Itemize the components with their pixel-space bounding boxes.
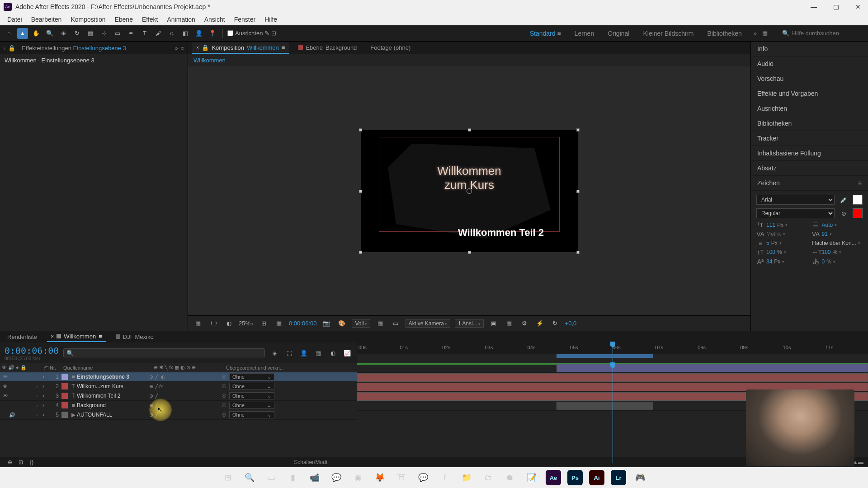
snapshot-icon[interactable]: 📷 — [321, 318, 332, 329]
motion-blur-icon[interactable]: ◐ — [327, 347, 338, 358]
switches-modes-label[interactable]: Schalter/Modi — [294, 459, 327, 465]
menu-ansicht[interactable]: Ansicht — [200, 15, 230, 24]
workspace-lernen[interactable]: Lernen — [575, 30, 594, 37]
work-area-bar[interactable] — [557, 354, 654, 358]
menu-ebene[interactable]: Ebene — [110, 15, 137, 24]
stroke-order-dropdown[interactable]: Fläche über Kon...▾ — [812, 239, 863, 247]
panel-audio[interactable]: Audio — [751, 56, 868, 71]
taskbar-app-7[interactable]: 🦊 — [372, 470, 387, 485]
workspace-bibliotheken[interactable]: Bibliotheken — [707, 30, 741, 37]
composition-viewport[interactable]: Willkommen zum Kurs Willkommen Teil 2 — [188, 66, 750, 315]
panel-overflow[interactable]: » — [175, 45, 178, 52]
taskbar-app-14[interactable]: 📝 — [524, 470, 539, 485]
mask-icon[interactable]: ◐ — [223, 318, 234, 329]
workspace-kleiner bildschirm[interactable]: Kleiner Bildschirm — [643, 30, 693, 37]
layer-row[interactable]: 🔊››5▶AUTOUNFALL⊕╱☉Ohne⌄ — [0, 410, 357, 420]
character-panel-header[interactable]: Zeichen ≡ — [751, 176, 868, 191]
taskbar-app-10[interactable]: f — [437, 470, 453, 485]
snap-toggle[interactable]: Ausrichten ✎⊡ — [227, 30, 276, 37]
tab-menu-icon[interactable]: ≡ — [99, 333, 102, 340]
panel-vorschau[interactable]: Vorschau — [751, 71, 868, 86]
close-button[interactable]: ✕ — [852, 1, 864, 12]
brackets-icon[interactable]: {} — [26, 457, 37, 468]
frame-blend-icon[interactable]: ▦ — [313, 347, 324, 358]
brush-tool[interactable]: 🖌 — [153, 28, 164, 39]
taskbar-app-0[interactable]: ⊞ — [220, 470, 236, 485]
snap-checkbox[interactable] — [227, 30, 233, 36]
toggle-switches-icon[interactable]: ⊕ — [5, 457, 15, 468]
panel-bibliotheken[interactable]: Bibliotheken — [751, 116, 868, 131]
menu-animation[interactable]: Animation — [162, 15, 199, 24]
timeline-tab-1[interactable]: × Willkommen ≡ — [47, 332, 106, 342]
layer-row[interactable]: ››4■Background⊕╱☉Ohne⌄ — [0, 401, 357, 410]
pen-tool[interactable]: ✒ — [126, 28, 137, 39]
panel-menu-icon[interactable]: ≡ — [180, 45, 184, 52]
menu-bearbeiten[interactable]: Bearbeiten — [27, 15, 66, 24]
view2-icon[interactable]: ▦ — [504, 318, 514, 329]
panel-absatz[interactable]: Absatz — [751, 161, 868, 176]
panel-effekte-und-vorgaben[interactable]: Effekte und Vorgaben — [751, 86, 868, 101]
eraser-tool[interactable]: ◧ — [180, 28, 191, 39]
stroke-color-swatch[interactable] — [853, 208, 863, 218]
shy-icon[interactable]: 👤 — [298, 347, 309, 358]
taskbar-app-8[interactable]: ⛩ — [394, 470, 409, 485]
leading-field[interactable]: ☰Auto▾ — [812, 221, 863, 229]
help-search[interactable]: 🔍 — [782, 30, 864, 37]
camera-dropdown[interactable]: Aktive Kamera — [406, 319, 450, 328]
layer-search[interactable]: 🔍 — [63, 348, 265, 357]
kerning-field[interactable]: VAMetrik▾ — [756, 230, 807, 238]
panel-menu-icon[interactable]: ≡ — [858, 179, 862, 187]
layer-row[interactable]: 👁››3TWillkommen Teil 2⊕╱☉Ohne⌄ — [0, 391, 357, 401]
zoom-tool[interactable]: 🔍 — [44, 28, 55, 39]
taskbar-app-18[interactable]: Lr — [611, 470, 626, 485]
maximize-button[interactable]: ▢ — [830, 1, 843, 12]
layer-row[interactable]: 👁››1■Einstellungsebene 3⊕╱◐☉Ohne⌄ — [0, 372, 357, 382]
text-layer-1[interactable]: Willkommen zum Kurs — [361, 164, 578, 192]
camera-tool[interactable]: ▦ — [85, 28, 96, 39]
taskbar-app-13[interactable]: ⏺ — [502, 470, 518, 485]
panel-tracker[interactable]: Tracker — [751, 131, 868, 146]
resolution-dropdown[interactable]: Voll — [352, 319, 370, 328]
eyedropper-icon[interactable]: 💉 — [838, 194, 849, 205]
comp-breadcrumb[interactable]: Willkommen — [188, 54, 750, 66]
composition-tab[interactable]: × 🔒 Komposition Willkommen ≡ — [192, 42, 289, 54]
font-style-dropdown[interactable]: Regular — [756, 208, 835, 218]
viewport-timecode[interactable]: 0:00:06:00 — [289, 320, 316, 327]
comp-mini-flowchart-icon[interactable]: ◈ — [269, 347, 280, 358]
anchor-tool[interactable]: ⊹ — [99, 28, 109, 39]
taskbar-app-2[interactable]: ▭ — [264, 470, 279, 485]
guides-icon[interactable]: ▭ — [390, 318, 401, 329]
hscale-field[interactable]: ↔T100 %▾ — [812, 249, 863, 256]
taskbar-app-12[interactable]: 🗂 — [481, 470, 496, 485]
render-queue-tab[interactable]: Renderliste — [4, 332, 41, 342]
source-name-header[interactable]: Quellenname — [63, 365, 154, 371]
panel-info[interactable]: Info — [751, 42, 868, 56]
taskbar-app-6[interactable]: ◉ — [350, 470, 366, 485]
views-dropdown[interactable]: 1 Ansi... — [455, 319, 484, 328]
panel-ausrichten[interactable]: Ausrichten — [751, 101, 868, 116]
playhead-line[interactable] — [613, 363, 613, 457]
panel-pin-icon[interactable]: 🔒 — [8, 45, 15, 52]
menu-hilfe[interactable]: Hilfe — [260, 15, 282, 24]
panel-nav-prev[interactable]: ‹ — [4, 45, 5, 52]
menu-datei[interactable]: Datei — [3, 15, 27, 24]
roto-tool[interactable]: 👤 — [193, 28, 204, 39]
rotate-tool[interactable]: ↻ — [71, 28, 82, 39]
tracking-field[interactable]: VA91▾ — [812, 230, 863, 238]
puppet-tool[interactable]: 📍 — [207, 28, 218, 39]
transparency-icon[interactable]: ▦ — [274, 318, 284, 329]
workspace-standard[interactable]: Standard ≡ — [530, 30, 561, 37]
tab-menu-icon[interactable]: ≡ — [282, 44, 285, 51]
refresh-icon[interactable]: ↻ — [550, 318, 561, 329]
baseline-field[interactable]: Aª34 Px▾ — [756, 258, 807, 266]
shape-tool[interactable]: ▭ — [112, 28, 123, 39]
menu-fenster[interactable]: Fenster — [230, 15, 260, 24]
taskbar-app-15[interactable]: Ae — [546, 470, 561, 485]
panel-inhaltsbasierte-füllung[interactable]: Inhaltsbasierte Füllung — [751, 146, 868, 161]
menu-effekt[interactable]: Effekt — [137, 15, 163, 24]
region-icon[interactable]: ▦ — [193, 318, 203, 329]
orbit-tool[interactable]: ⊕ — [58, 28, 69, 39]
channel-icon[interactable]: 🎨 — [336, 318, 347, 329]
exposure-value[interactable]: +0,0 — [565, 320, 577, 327]
grid-icon[interactable]: ▦ — [375, 318, 386, 329]
